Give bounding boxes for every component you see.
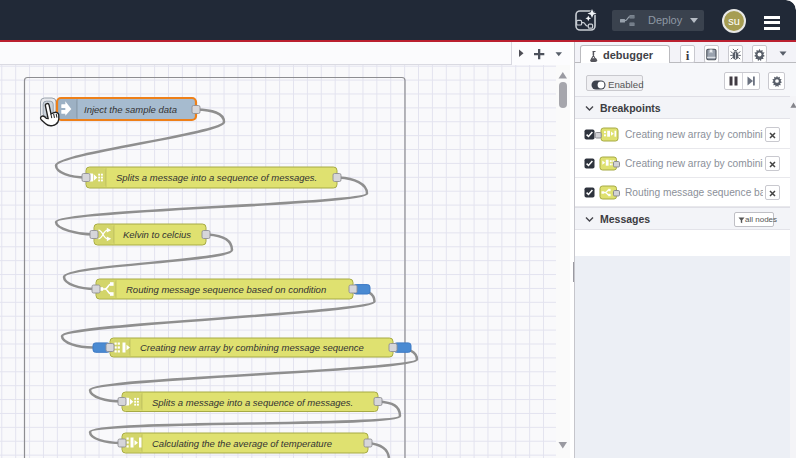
svg-text:Calculating the the average of: Calculating the the average of temperatu… <box>152 438 332 449</box>
svg-text:Creating new array by combinin: Creating new array by combining message … <box>140 342 364 353</box>
svg-text:Splits a message into a sequen: Splits a message into a sequence of mess… <box>116 172 317 183</box>
svg-text:Routing message sequence based: Routing message sequence based on condit… <box>126 284 326 295</box>
svg-text:Kelvin to celcius: Kelvin to celcius <box>123 229 191 240</box>
svg-text:Splits a message into a sequen: Splits a message into a sequence of mess… <box>152 397 353 408</box>
svg-text:Inject the sample data: Inject the sample data <box>84 104 177 115</box>
